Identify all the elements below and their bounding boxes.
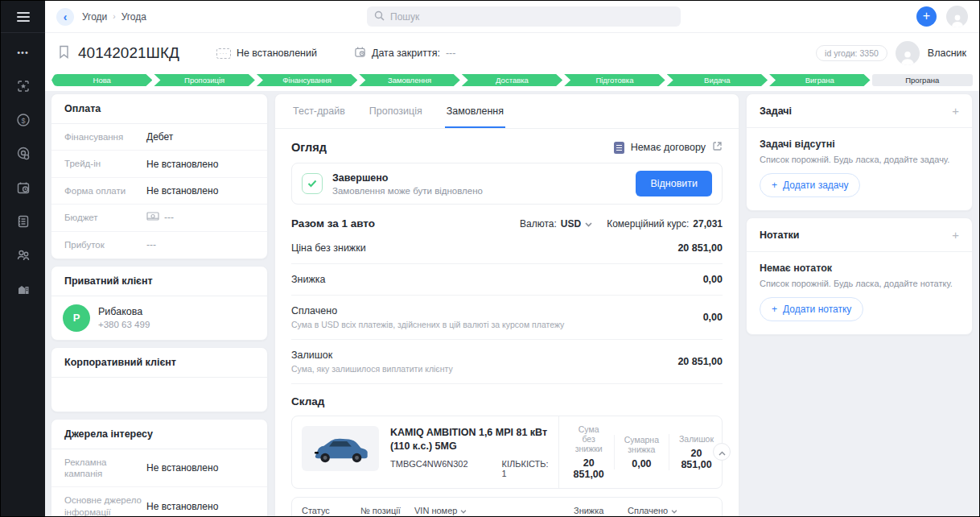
commercial-rate: Комерційний курс: 27,031 [607,218,723,230]
total-row-balance: Залишок Сума, яку залишилося виплатити к… [291,340,723,384]
bookmark-icon[interactable] [58,45,70,62]
vehicle-vin: TMBGC4NW6N302 [390,459,468,478]
status-subtitle: Замовлення може бути відновлено [332,186,483,196]
private-client-card: Приватний клієнт P Рибакова +380 63 499 [51,266,268,341]
stage-nova[interactable]: Нова [51,74,152,86]
finance-icon[interactable]: $ [15,112,31,128]
add-note-button[interactable]: + Додати нотатку [760,297,863,321]
chevron-down-icon [585,218,592,230]
chevron-down-icon [460,506,467,515]
nav-rail: ••• $ [1,1,45,516]
vehicle-summary[interactable]: KAMIQ AMBITION 1,6 MPI 81 кВт (110 к.с.)… [292,416,558,488]
breadcrumb: Угоди › Угода [82,11,146,23]
banknote-icon [146,212,159,223]
positions-table: Статус № позиції VIN номер Знижка Сплаче… [291,497,723,517]
client-phone: +380 63 499 [98,320,150,329]
col-status: Статус [302,506,360,515]
calendar-close-icon [354,46,366,60]
more-icon[interactable]: ••• [15,44,31,60]
notes-empty-text: Список порожній. Будь ласка, додайте нот… [760,279,959,288]
expand-icon[interactable] [712,141,723,154]
payment-title: Оплата [51,94,267,124]
search-icon [374,10,385,24]
company-icon[interactable] [15,281,31,297]
menu-icon[interactable] [15,9,31,25]
clients-icon[interactable] [15,247,31,263]
vehicle-qty: КІЛЬКІСТЬ: 1 [502,459,549,478]
owner-avatar[interactable] [896,41,920,65]
search-input[interactable] [390,11,673,23]
source-row-primary[interactable]: Основне джерело інформації Не встановлен… [51,487,267,517]
calendar-icon[interactable] [15,180,31,196]
breadcrumb-parent[interactable]: Угоди [82,11,107,23]
pipeline-status-chip[interactable]: ··· Не встановлений [216,48,317,59]
back-button[interactable]: ‹ [56,8,74,26]
collapse-vehicle-button[interactable] [713,443,731,461]
client-avatar: P [63,304,90,332]
svg-text:$: $ [21,117,25,125]
stage-vydacha[interactable]: Видача [667,74,768,86]
stat-discount: Сумарна знижка 0,00 [614,435,669,469]
deal-header: 40142021ШКД ··· Не встановлений Дата зак… [45,33,979,91]
col-discount: Знижка [574,506,628,515]
add-note-plus-icon[interactable]: + [952,228,959,242]
tab-proposal[interactable]: Пропозиція [368,94,424,128]
stage-finansuvannia[interactable]: Фінансування [257,74,357,86]
user-avatar[interactable] [946,6,968,27]
owner-label: Власник [928,48,966,59]
client-item[interactable]: P Рибакова +380 63 499 [51,296,267,340]
stage-pidhotovka[interactable]: Підготовка [564,74,665,86]
vehicle-image [302,426,379,471]
stage-prohrana[interactable]: Програна [872,74,973,86]
pipeline: Нова Пропозиція Фінансування Замовлення … [45,74,979,86]
order-tabs: Тест-драйв Пропозиція Замовлення [275,94,739,129]
unset-icon: ··· [216,48,231,59]
stat-sum: Сума без знижки 20 851,00 [564,424,614,480]
chevron-down-icon [671,506,677,515]
interest-sources-card: Джерела інтересу Рекламна кампанія Не вс… [51,419,268,517]
contract-icon [614,142,624,154]
col-paid[interactable]: Сплачено [628,506,712,515]
contract-status: Немає договору [631,142,706,153]
source-row-campaign[interactable]: Рекламна кампанія Не встановлено [51,449,267,488]
vehicle-name: KAMIQ AMBITION 1,6 MPI 81 кВт (110 к.с.)… [390,426,549,453]
payment-row-form[interactable]: Форма оплати Не встановлено [51,178,267,205]
plus-icon: + [772,180,777,191]
restore-button[interactable]: Відновити [636,171,712,196]
tasks-empty-title: Задачі відсутні [760,139,959,150]
stage-propozytsiia[interactable]: Пропозиція [154,74,254,86]
total-row-paid: Сплачено Сума в USD всіх платежів, здійс… [291,296,723,340]
vehicle-card: KAMIQ AMBITION 1,6 MPI 81 кВт (110 к.с.)… [291,416,723,489]
breadcrumb-current: Угода [121,11,146,23]
add-task-button[interactable]: + Додати задачу [760,173,860,197]
tab-test-drive[interactable]: Тест-драйв [291,94,347,128]
notes-title: Нотатки [760,230,800,241]
payment-row-tradein[interactable]: Трейд-ін Не встановлено [51,151,267,177]
stage-zamovlennia[interactable]: Замовлення [359,74,459,86]
search-box[interactable] [367,6,681,27]
deal-title: 40142021ШКД [78,44,179,62]
target-icon[interactable] [15,146,31,162]
notes-card: Нотатки + Немає нотаток Список порожній.… [746,217,973,335]
payment-row-financing[interactable]: Фінансування Дебет [51,124,267,151]
stage-vyhrana[interactable]: Виграна [769,74,870,86]
notes-empty-title: Немає нотаток [760,263,959,274]
journal-icon[interactable] [15,213,31,230]
stage-dostavka[interactable]: Доставка [462,74,562,86]
payment-row-profit[interactable]: Прибуток --- [51,232,267,258]
col-vin[interactable]: VIN номер [414,506,574,515]
add-task-plus-icon[interactable]: + [952,104,959,118]
create-button[interactable]: + [916,6,937,27]
status-title: Завершено [332,172,483,184]
deals-icon[interactable] [15,78,31,94]
left-panel: Оплата Фінансування Дебет Трейд-ін Не вс… [51,93,268,517]
currency-select[interactable]: Валюта: USD [520,218,592,230]
close-date-chip[interactable]: Дата закриття: --- [354,46,455,60]
topbar: ‹ Угоди › Угода + [45,1,979,33]
check-icon [302,173,323,194]
order-card: Тест-драйв Пропозиція Замовлення Огляд Н… [274,93,739,517]
tasks-title: Задачі [760,105,792,117]
tab-order[interactable]: Замовлення [445,94,505,128]
payment-row-budget[interactable]: Бюджет --- [51,205,267,231]
overview-title: Огляд [291,141,327,154]
